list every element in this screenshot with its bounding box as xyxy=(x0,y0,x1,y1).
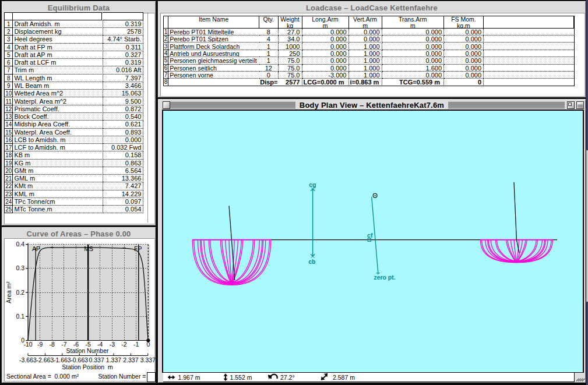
svg-text:2.587 m: 2.587 m xyxy=(333,374,355,381)
svg-text:27.2°: 27.2° xyxy=(280,374,295,381)
svg-text:1.552 m: 1.552 m xyxy=(230,374,252,381)
svg-text:1.967 m: 1.967 m xyxy=(178,374,200,381)
